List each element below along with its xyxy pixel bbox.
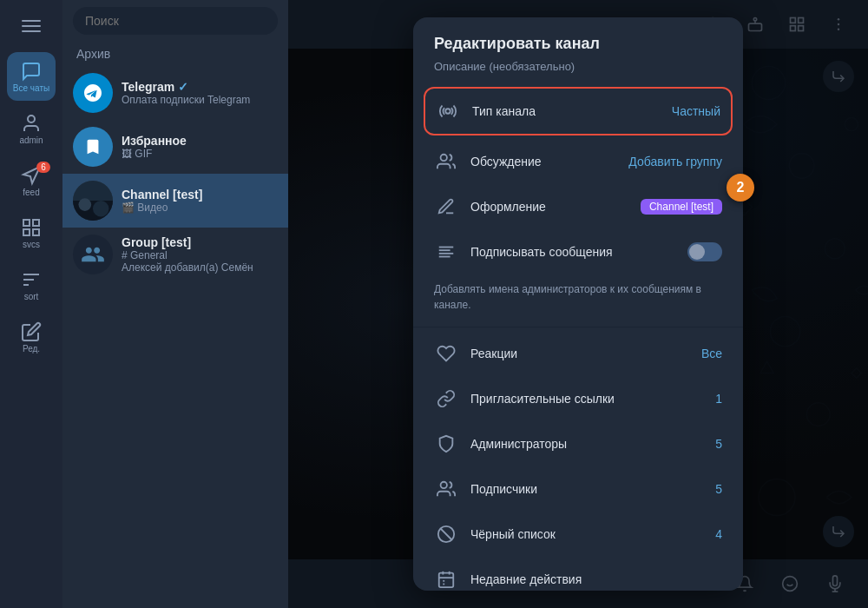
main-chat-area: октябр... Редактировать канал Описание (… <box>288 0 868 608</box>
chat-name-telegram: Telegram ✓ <box>122 80 278 94</box>
avatar-bookmarks <box>73 127 113 167</box>
admins-value: 5 <box>715 437 722 451</box>
hamburger-button[interactable] <box>7 7 56 45</box>
archive-header: Архив <box>62 42 288 66</box>
modal-overlay: Редактировать канал Описание (необязател… <box>288 0 868 608</box>
chat-preview-bookmarks: 🖼 GIF <box>122 148 278 160</box>
modal-item-recent-actions[interactable]: Недавние действия <box>413 557 743 591</box>
sign-icon <box>434 240 458 264</box>
modal-description-label: Описание (необязательно) <box>413 60 743 83</box>
discussion-icon <box>434 149 458 174</box>
svg-rect-1 <box>23 220 30 226</box>
sidebar-label-feed: feed <box>23 188 39 197</box>
modal-item-discussion[interactable]: Обсуждение Добавить группу <box>413 139 743 184</box>
type-icon <box>436 99 460 123</box>
sidebar-label-edit: Ред. <box>23 344 40 354</box>
svg-point-0 <box>28 116 35 122</box>
sidebar-label-all-chats: Все чаты <box>13 83 49 93</box>
icon-sidebar: Все чаты admin feed 6 svcs sort Ред. <box>0 0 62 608</box>
chat-item-telegram[interactable]: Telegram ✓ Оплата подписки Telegram <box>62 66 288 120</box>
chat-name-channel: Channel [test] <box>122 188 278 202</box>
blacklist-label: Чёрный список <box>470 527 703 541</box>
toggle-knob <box>689 244 705 260</box>
recent-actions-label: Недавние действия <box>470 572 710 586</box>
chat-item-group[interactable]: Group [test] # General Алексей добавил(а… <box>62 228 288 281</box>
svg-point-37 <box>445 109 450 114</box>
admin-icon <box>434 432 458 456</box>
modal-item-admins[interactable]: Администраторы 5 <box>413 421 743 466</box>
sign-messages-toggle[interactable] <box>687 242 722 261</box>
avatar-group <box>73 235 113 274</box>
edit-channel-modal: Редактировать канал Описание (необязател… <box>413 17 743 591</box>
discussion-value: Добавить группу <box>628 155 722 169</box>
svg-line-45 <box>441 529 452 540</box>
design-value: Channel [test] <box>641 199 722 215</box>
chat-preview-telegram: Оплата подписки Telegram <box>122 94 278 106</box>
chat-name-bookmarks: Избранное <box>122 134 278 148</box>
svg-rect-2 <box>33 220 39 226</box>
reactions-label: Реакции <box>470 347 689 360</box>
chat-preview-channel: 🎬 Видео <box>122 202 278 214</box>
blacklist-value: 4 <box>715 527 722 541</box>
design-label: Оформление <box>470 200 628 214</box>
link-icon <box>434 387 458 411</box>
feed-badge: 6 <box>36 162 50 173</box>
chat-info-channel: Channel [test] 🎬 Видео <box>122 188 278 214</box>
invite-links-label: Пригласительные ссылки <box>470 392 703 406</box>
sidebar-item-all-chats[interactable]: Все чаты <box>7 52 56 101</box>
sign-description: Добавлять имена администраторов к их соо… <box>413 274 743 323</box>
chat-info-telegram: Telegram ✓ Оплата подписки Telegram <box>122 80 278 106</box>
chat-item-channel[interactable]: Channel [test] 🎬 Видео <box>62 174 288 228</box>
sign-messages-label: Подписывать сообщения <box>470 245 675 259</box>
sidebar-item-svcs[interactable]: svcs <box>7 208 56 257</box>
history-icon <box>434 567 458 591</box>
svg-rect-3 <box>23 229 30 235</box>
chat-info-bookmarks: Избранное 🖼 GIF <box>122 134 278 160</box>
svg-rect-46 <box>439 573 454 588</box>
discussion-label: Обсуждение <box>470 155 616 169</box>
sidebar-item-admin[interactable]: admin <box>7 104 56 153</box>
svg-rect-4 <box>33 229 39 235</box>
avatar-channel <box>73 181 113 221</box>
chat-item-bookmarks[interactable]: Избранное 🖼 GIF <box>62 120 288 174</box>
svg-point-10 <box>78 198 91 211</box>
chat-name-group: Group [test] <box>122 235 278 249</box>
heart-icon <box>434 341 458 366</box>
invite-links-value: 1 <box>715 392 722 406</box>
chat-info-group: Group [test] # General Алексей добавил(а… <box>122 235 278 274</box>
modal-item-blacklist[interactable]: Чёрный список 4 <box>413 512 743 557</box>
svg-point-11 <box>93 201 108 216</box>
sidebar-item-sort[interactable]: sort <box>7 261 56 309</box>
users-icon <box>434 477 458 501</box>
modal-item-channel-type[interactable]: Тип канала Частный <box>424 87 733 135</box>
sidebar-label-sort: sort <box>24 292 39 301</box>
search-input[interactable] <box>73 7 278 35</box>
verify-icon-telegram: ✓ <box>178 80 188 94</box>
modal-item-reactions[interactable]: Реакции Все <box>413 331 743 376</box>
modal-divider-1 <box>413 327 743 327</box>
sidebar-label-admin: admin <box>19 135 43 145</box>
modal-item-sign-messages[interactable]: Подписывать сообщения <box>413 229 743 274</box>
modal-item-design[interactable]: Оформление Channel [test] <box>413 184 743 229</box>
chat-preview-group-1: # General <box>122 249 278 261</box>
sidebar-label-svcs: svcs <box>23 240 40 249</box>
sidebar-item-edit[interactable]: Ред. <box>7 313 56 361</box>
reactions-value: Все <box>701 347 722 360</box>
search-bar <box>62 0 288 42</box>
subscribers-label: Подписчики <box>470 482 703 496</box>
block-icon <box>434 522 458 546</box>
sidebar-item-feed[interactable]: feed 6 <box>7 156 56 205</box>
admins-label: Администраторы <box>470 437 703 451</box>
svg-point-43 <box>441 482 447 488</box>
avatar-telegram <box>73 73 113 113</box>
design-icon <box>434 195 458 219</box>
annotation-badge-2: 2 <box>727 174 754 202</box>
chat-list-panel: Архив Telegram ✓ Оплата подписки Telegra… <box>62 0 288 608</box>
modal-title: Редактировать канал <box>413 17 743 60</box>
chat-preview-group-2: Алексей добавил(а) Семён <box>122 261 278 274</box>
channel-type-label: Тип канала <box>472 104 660 118</box>
modal-item-subscribers[interactable]: Подписчики 5 <box>413 466 743 512</box>
modal-item-invite-links[interactable]: Пригласительные ссылки 1 <box>413 376 743 421</box>
svg-point-38 <box>441 155 447 161</box>
subscribers-value: 5 <box>715 482 722 496</box>
